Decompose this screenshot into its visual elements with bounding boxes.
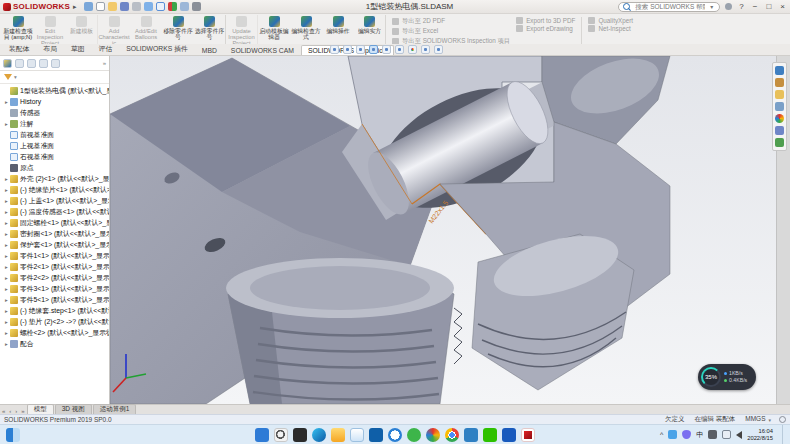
tab-dimxpert-manager[interactable] (39, 59, 48, 68)
custom-properties-icon[interactable] (775, 126, 784, 135)
ribbon-button[interactable]: Edit Inspection Project (34, 15, 66, 44)
edit-appearance-icon[interactable] (408, 45, 417, 54)
3d-model-view[interactable]: M22x1.5 (110, 56, 776, 404)
speed-monitor-widget[interactable]: 35% 1KB/s 0.4KB/s (698, 364, 756, 390)
edge-icon[interactable] (312, 428, 326, 442)
expand-arrow-icon[interactable]: ▸ (3, 176, 10, 182)
word-icon[interactable] (502, 428, 516, 442)
view-palette-icon[interactable] (775, 102, 784, 111)
print-icon[interactable] (132, 2, 141, 11)
tree-item[interactable]: ▸ 密封圈<1> (默认<<默认>_显示状态 (0, 228, 109, 239)
ribbon-button[interactable]: 编辑操作 (322, 15, 354, 44)
expand-arrow-icon[interactable]: ▸ (3, 308, 10, 314)
tree-item[interactable]: ▸ 螺栓<2> (默认<<默认>_显示状态 (0, 327, 109, 338)
tree-item[interactable]: 上视基准面 (0, 140, 109, 151)
expand-arrow-icon[interactable]: ▸ (3, 286, 10, 292)
ribbon-button[interactable]: 新建模板 (66, 15, 98, 44)
expand-arrow-icon[interactable]: ▸ (3, 209, 10, 215)
wechat-icon[interactable] (483, 428, 497, 442)
document-tab[interactable]: 模型 (27, 404, 54, 414)
command-tab[interactable]: 布局 (36, 42, 64, 55)
input-method-icon[interactable] (708, 430, 717, 439)
file-explorer-icon[interactable] (775, 90, 784, 99)
minimize-button[interactable]: − (751, 2, 760, 12)
ribbon-button[interactable]: 移除零件序号 (162, 15, 194, 44)
expand-arrow-icon[interactable]: ▸ (3, 242, 10, 248)
expand-arrow-icon[interactable]: ▸ (3, 330, 10, 336)
hide-show-items-icon[interactable] (395, 45, 404, 54)
export-menu-item[interactable]: Export eDrawing (516, 25, 575, 32)
tree-item[interactable]: ▸ (-) 温度传感器<1> (默认<<默认>_ (0, 206, 109, 217)
tab-display-manager[interactable] (51, 59, 60, 68)
menu-flyout-arrow[interactable]: ▸ (73, 3, 77, 11)
export-menu-item[interactable]: QualityXpert (588, 17, 633, 24)
ime-indicator[interactable]: 中 (696, 430, 703, 440)
tree-filter[interactable]: ▾ (0, 71, 109, 84)
filter-dropdown-icon[interactable]: ▾ (14, 74, 17, 80)
graphics-area[interactable]: M22x1.5 (110, 56, 776, 404)
zoom-to-area-icon[interactable] (343, 45, 352, 54)
tree-item[interactable]: 前视基准面 (0, 129, 109, 140)
units-dropdown-icon[interactable]: ▾ (768, 417, 771, 423)
ribbon-button[interactable]: 选择零件序号 (194, 15, 226, 44)
expand-arrow-icon[interactable]: ▸ (3, 121, 10, 127)
green-app-icon[interactable] (407, 428, 421, 442)
display-style-icon[interactable] (382, 45, 391, 54)
ribbon-button[interactable]: Update Inspection Project (226, 15, 258, 44)
export-menu-item[interactable]: Export to 3D PDF (516, 17, 575, 24)
tray-blue-icon[interactable] (668, 430, 677, 439)
tab-configuration-manager[interactable] (27, 59, 36, 68)
tree-item[interactable]: ▸ (-) 垫片 (2)<2> ->? (默认<<默认 (0, 316, 109, 327)
tree-item[interactable]: ▸ 零件1<1> (默认<<默认>_显示状态 (0, 250, 109, 261)
volume-icon[interactable] (736, 431, 742, 439)
clock[interactable]: 16:04 2022/8/15 (747, 428, 773, 441)
ribbon-button[interactable]: 启动模板编辑器 (258, 15, 290, 44)
tree-item[interactable]: ▸ 外壳 (2)<1> (默认<<默认>_显示状 (0, 173, 109, 184)
tree-item[interactable]: 右视基准面 (0, 151, 109, 162)
ribbon-button[interactable]: 编辑检查方式 (290, 15, 322, 44)
home-icon[interactable] (84, 2, 93, 11)
command-tab[interactable]: SOLIDWORKS CAM (224, 45, 301, 55)
tree-item[interactable]: ▸ 零件2<2> (默认<<默认>_显示状态 (0, 272, 109, 283)
tree-item[interactable]: ▸ (-) 上盖<1> (默认<<默认>_显示状 (0, 195, 109, 206)
expand-arrow-icon[interactable]: ▸ (3, 275, 10, 281)
tree-item[interactable]: ▸ 注解 (0, 118, 109, 129)
widgets-icon[interactable] (6, 428, 20, 442)
select-arrow-icon[interactable] (156, 2, 165, 11)
tree-item[interactable]: 传感器 (0, 107, 109, 118)
tree-item[interactable]: ▸ 零件2<1> (默认<<默认>_显示状态 (0, 261, 109, 272)
document-tab[interactable]: 运动算例1 (93, 404, 137, 414)
command-tab[interactable]: 草图 (64, 42, 92, 55)
expand-arrow-icon[interactable]: ▸ (3, 220, 10, 226)
export-menu-item[interactable]: 导出至 Excel (392, 27, 510, 36)
search-button[interactable] (274, 428, 288, 442)
status-tag-icon[interactable] (779, 416, 786, 423)
ribbon-button[interactable]: Add Characteristic (98, 15, 130, 44)
file-explorer-icon[interactable] (331, 428, 345, 442)
tree-item[interactable]: ▸ (-) 绝缘套.step<1> (默认<<默认> (0, 305, 109, 316)
command-tab[interactable]: 评估 (92, 42, 120, 55)
microsoft-store-icon[interactable] (369, 428, 383, 442)
undo-icon[interactable] (144, 2, 153, 11)
reader-app-icon[interactable] (464, 428, 478, 442)
browser-360-icon[interactable] (426, 428, 440, 442)
close-button[interactable]: × (778, 2, 787, 12)
bing-icon[interactable] (388, 428, 402, 442)
tree-item[interactable]: ▸ History (0, 96, 109, 107)
expand-arrow-icon[interactable]: ▸ (3, 99, 10, 105)
search-dropdown-icon[interactable]: ▾ (710, 3, 713, 10)
expand-arrow-icon[interactable]: ▸ (3, 319, 10, 325)
ribbon-button[interactable]: 编辑实方 (354, 15, 386, 44)
tree-item[interactable]: ▸ 零件3<1> (默认<<默认>_显示状态 (0, 283, 109, 294)
task-view-button[interactable] (293, 428, 307, 442)
tree-root[interactable]: 1型铠装热电偶 (默认<默认_显示状态-1>) (0, 85, 109, 96)
new-file-icon[interactable] (96, 2, 105, 11)
tab-feature-tree[interactable] (3, 59, 12, 68)
help-button[interactable]: ? (737, 2, 745, 12)
panel-tabs-overflow-icon[interactable]: » (103, 60, 106, 66)
expand-arrow-icon[interactable]: ▸ (3, 231, 10, 237)
appearances-scenes-icon[interactable] (775, 114, 784, 123)
rebuild-icon[interactable] (168, 2, 177, 11)
expand-arrow-icon[interactable]: ▸ (3, 187, 10, 193)
document-tab[interactable]: 3D 视图 (55, 404, 92, 414)
